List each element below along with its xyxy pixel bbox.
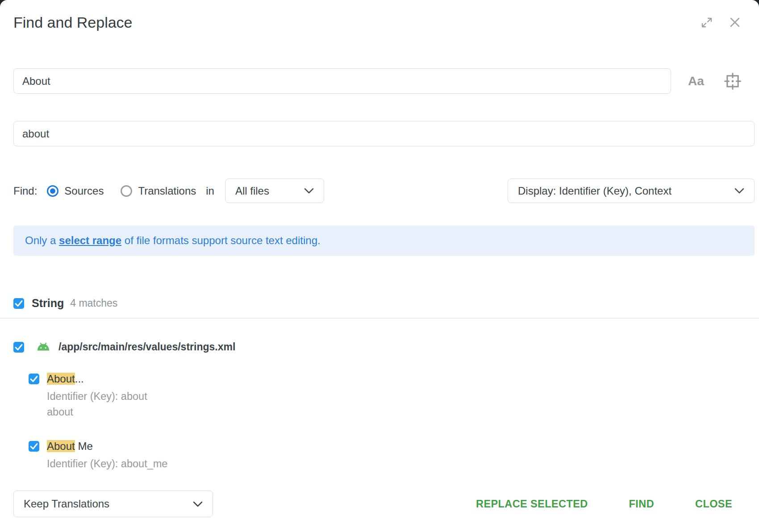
file-path: /app/src/main/res/values/strings.xml (58, 341, 235, 353)
replace-row (13, 121, 755, 146)
match-highlight: About (47, 440, 75, 452)
search-input[interactable] (13, 68, 671, 94)
file-checkbox[interactable] (13, 342, 24, 353)
display-value: Display: Identifier (Key), Context (518, 185, 671, 197)
banner-text-prefix: Only a (25, 234, 59, 247)
match-body: About Me Identifier (Key): about_me (47, 439, 167, 470)
replace-input[interactable] (13, 121, 755, 146)
match-row: About... Identifier (Key): about about (29, 372, 755, 419)
chevron-down-icon (304, 188, 314, 194)
file-scope-value: All files (235, 185, 269, 197)
match-text: About... (47, 372, 147, 386)
match-body: About... Identifier (Key): about about (47, 372, 147, 419)
string-group-checkbox[interactable] (13, 298, 24, 309)
match-row: About Me Identifier (Key): about_me (29, 439, 755, 470)
match-identifier: Identifier (Key): about (47, 390, 147, 403)
keep-translations-value: Keep Translations (24, 498, 109, 510)
keep-translations-select[interactable]: Keep Translations (13, 490, 213, 517)
in-selection-icon[interactable] (724, 72, 742, 90)
radio-sources[interactable]: Sources (47, 185, 104, 197)
info-banner: Only a select range of file formats supp… (13, 225, 755, 256)
match-identifier: Identifier (Key): about_me (47, 457, 167, 470)
file-row: /app/src/main/res/values/strings.xml (13, 341, 755, 353)
find-button[interactable]: FIND (629, 498, 654, 510)
window-controls (700, 15, 742, 29)
match-source: about (47, 405, 147, 419)
expand-icon[interactable] (700, 16, 713, 29)
match-rest: ... (75, 373, 84, 385)
match-case-toggle[interactable]: Aa (688, 74, 704, 88)
close-button[interactable]: CLOSE (695, 498, 732, 510)
match-checkbox[interactable] (29, 374, 39, 384)
match-checkbox[interactable] (29, 441, 39, 452)
match-rest: Me (75, 440, 93, 452)
group-label: String (32, 297, 64, 310)
display-select[interactable]: Display: Identifier (Key), Context (508, 179, 755, 203)
chevron-down-icon (734, 188, 744, 194)
find-and-replace-dialog: Find and Replace Aa Find: (0, 0, 759, 532)
match-highlight: About (47, 373, 75, 385)
chevron-down-icon (193, 501, 203, 507)
replace-selected-button[interactable]: REPLACE SELECTED (476, 498, 588, 510)
footer-row: Keep Translations REPLACE SELECTED FIND … (13, 490, 755, 517)
footer-actions: REPLACE SELECTED FIND CLOSE (476, 498, 755, 510)
divider (0, 318, 759, 319)
search-row: Aa (13, 68, 755, 94)
radio-sources-icon[interactable] (47, 185, 58, 197)
file-scope-select[interactable]: All files (225, 179, 324, 203)
android-icon (36, 342, 51, 352)
in-label: in (206, 185, 214, 197)
banner-text-suffix: of file formats support source text edit… (121, 234, 321, 247)
close-icon[interactable] (728, 15, 742, 29)
select-range-link[interactable]: select range (59, 234, 121, 247)
radio-sources-label: Sources (64, 185, 104, 197)
radio-translations[interactable]: Translations (121, 185, 196, 197)
find-options-row: Find: Sources Translations in All files … (13, 179, 755, 203)
string-group-row: String 4 matches (13, 297, 755, 310)
radio-translations-label: Translations (138, 185, 196, 197)
radio-translations-icon[interactable] (121, 185, 132, 197)
match-text: About Me (47, 439, 167, 453)
group-match-count: 4 matches (70, 297, 117, 309)
page-title: Find and Replace (13, 0, 755, 31)
find-label: Find: (13, 185, 37, 197)
